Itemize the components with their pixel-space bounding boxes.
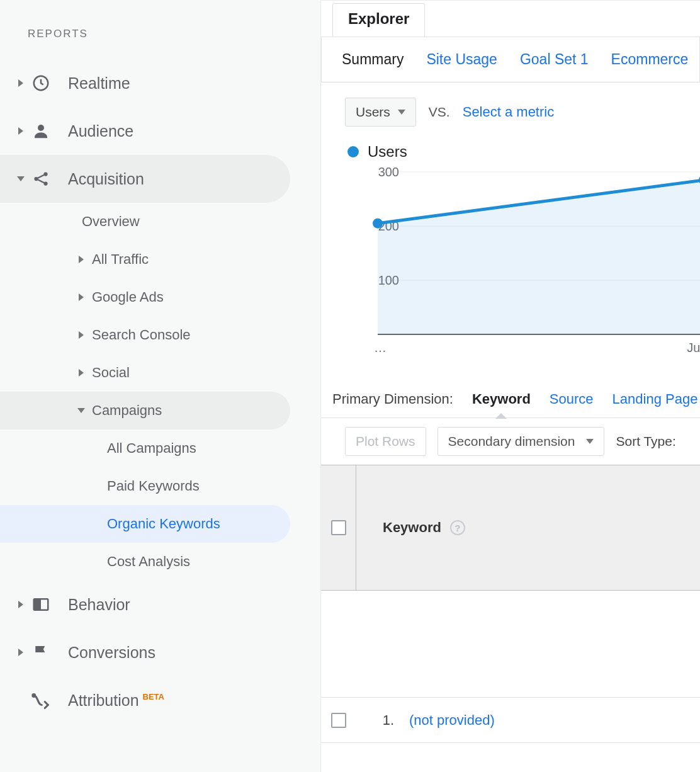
chevron-down-icon	[14, 176, 28, 181]
select-all-checkbox[interactable]	[331, 520, 346, 535]
chevron-right-icon	[74, 256, 88, 263]
nav-sub-all-traffic[interactable]: All Traffic	[0, 241, 290, 278]
flag-icon	[31, 643, 57, 662]
svg-point-17	[373, 219, 383, 229]
svg-point-1	[38, 125, 44, 131]
table-row: 1. (not provided)	[321, 698, 700, 743]
nav-sub-label: Social	[92, 365, 130, 381]
help-icon[interactable]: ?	[450, 520, 465, 535]
nav-sub-all-campaigns[interactable]: All Campaigns	[0, 429, 290, 467]
main-content: Explorer Summary Site Usage Goal Set 1 E…	[321, 0, 700, 772]
table-body	[321, 591, 700, 698]
svg-text:Jul 27: Jul 27	[687, 341, 700, 355]
toolbar-row: Plot Rows Secondary dimension Sort Type:	[321, 417, 700, 465]
nav-sub-label: Campaigns	[92, 402, 162, 419]
nav-sub-cost-analysis[interactable]: Cost Analysis	[0, 543, 290, 581]
tab-explorer[interactable]: Explorer	[332, 3, 425, 37]
sidebar-item-audience[interactable]: Audience	[0, 107, 290, 155]
table-header: Keyword ?	[321, 465, 700, 591]
chevron-right-icon	[14, 601, 28, 608]
nav-sub-label: Search Console	[92, 327, 191, 343]
metric-row: Users VS. Select a metric	[321, 82, 700, 133]
inner-tabs: Summary Site Usage Goal Set 1 Ecommerce	[321, 37, 700, 82]
chart-svg: 100200300…Jul 27	[345, 166, 700, 361]
svg-text:…: …	[374, 341, 387, 355]
sidebar-item-label: Conversions	[68, 644, 155, 662]
header-checkbox-cell	[321, 465, 356, 590]
tab-summary[interactable]: Summary	[342, 51, 404, 68]
sidebar-item-label: Acquisition	[68, 170, 144, 188]
metric-dropdown-label: Users	[356, 105, 390, 120]
sidebar-item-behavior[interactable]: Behavior	[0, 581, 290, 628]
nav-sub-label: Google Ads	[92, 289, 164, 305]
nav-sub-paid-keywords[interactable]: Paid Keywords	[0, 467, 290, 505]
card-tabs: Explorer	[321, 3, 700, 37]
attribution-icon	[31, 691, 57, 710]
nav-sub-organic-keywords[interactable]: Organic Keywords	[0, 505, 290, 543]
chevron-right-icon	[14, 79, 28, 87]
plot-rows-button: Plot Rows	[345, 427, 426, 456]
sidebar-item-label: Behavior	[68, 596, 130, 614]
sidebar-item-realtime[interactable]: Realtime	[0, 59, 290, 107]
sidebar-item-label: Audience	[68, 122, 133, 140]
tab-goal-set-1[interactable]: Goal Set 1	[520, 51, 589, 68]
person-icon	[31, 122, 57, 140]
vs-label: VS.	[429, 105, 450, 120]
header-keyword-cell[interactable]: Keyword ?	[356, 519, 700, 536]
svg-text:300: 300	[378, 166, 399, 179]
chevron-down-icon	[586, 439, 594, 444]
sidebar-section-label: REPORTS	[0, 28, 320, 40]
nav-sub-campaigns[interactable]: Campaigns	[0, 392, 290, 429]
row-checkbox[interactable]	[331, 713, 346, 728]
row-checkbox-cell	[321, 713, 356, 728]
chart: 100200300…Jul 27	[345, 166, 700, 363]
nav-sub-overview[interactable]: Overview	[0, 203, 290, 241]
nav-sub-social[interactable]: Social	[0, 354, 290, 392]
acquisition-icon	[31, 169, 57, 188]
svg-rect-6	[34, 599, 41, 610]
dimension-source[interactable]: Source	[550, 391, 594, 407]
clock-icon	[31, 74, 57, 93]
dimension-label: Primary Dimension:	[332, 391, 453, 407]
chevron-right-icon	[14, 127, 28, 135]
select-metric-link[interactable]: Select a metric	[463, 104, 555, 120]
chevron-right-icon	[74, 293, 88, 301]
sidebar-item-conversions[interactable]: Conversions	[0, 628, 290, 676]
chart-legend: Users	[321, 133, 700, 166]
dimension-row: Primary Dimension: Keyword Source Landin…	[321, 363, 700, 417]
sidebar-item-attribution[interactable]: Attribution	[0, 676, 290, 724]
secondary-dimension-dropdown[interactable]: Secondary dimension	[438, 427, 605, 456]
nav-sub-google-ads[interactable]: Google Ads	[0, 278, 290, 316]
tab-site-usage[interactable]: Site Usage	[426, 51, 497, 68]
nav-sub-label: All Traffic	[92, 251, 149, 268]
metric-dropdown[interactable]: Users	[345, 98, 416, 127]
sidebar-item-acquisition[interactable]: Acquisition	[0, 155, 290, 203]
chevron-right-icon	[74, 369, 88, 377]
chevron-down-icon	[74, 408, 88, 413]
sidebar-item-label: Realtime	[68, 74, 130, 93]
dimension-keyword[interactable]: Keyword	[472, 391, 531, 407]
nav-sub-search-console[interactable]: Search Console	[0, 316, 290, 354]
secondary-dimension-label: Secondary dimension	[448, 434, 575, 449]
header-keyword-label: Keyword	[383, 519, 441, 536]
legend-dot-icon	[347, 146, 359, 157]
chevron-down-icon	[398, 110, 405, 115]
row-value-link[interactable]: (not provided)	[394, 712, 495, 729]
chevron-right-icon	[74, 331, 88, 339]
sidebar-item-label: Attribution	[68, 691, 164, 710]
chevron-right-icon	[14, 649, 28, 656]
dimension-landing-page[interactable]: Landing Page	[612, 391, 698, 407]
legend-label: Users	[368, 143, 407, 161]
row-number: 1.	[356, 712, 394, 729]
sidebar: REPORTS Realtime Audience Acquisition Ov…	[0, 0, 321, 772]
sort-type-label: Sort Type:	[616, 434, 675, 449]
behavior-icon	[31, 595, 57, 614]
svg-point-7	[33, 695, 35, 697]
tab-ecommerce[interactable]: Ecommerce	[611, 51, 689, 68]
